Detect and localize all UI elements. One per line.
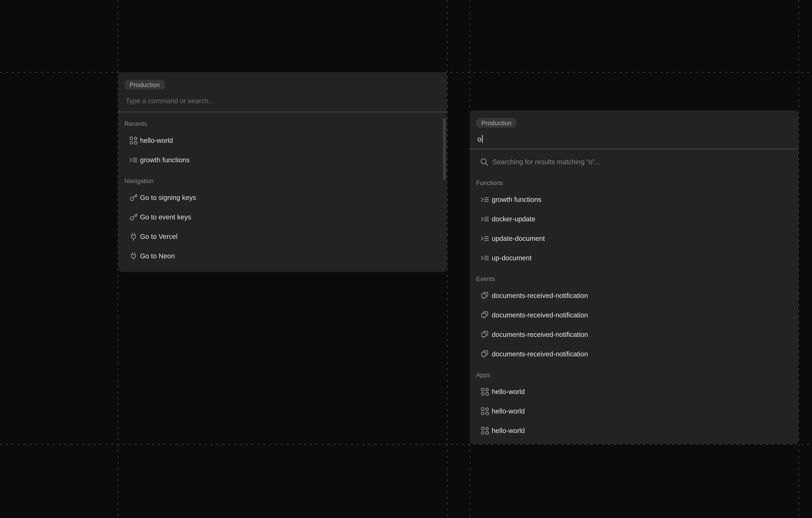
result-label: Go to signing keys xyxy=(140,193,196,201)
result-label: update-document xyxy=(492,234,545,242)
grid-line-vertical-2 xyxy=(447,0,447,518)
palette-header: Production Type a command or search... xyxy=(118,72,447,112)
result-item[interactable]: hello-world xyxy=(118,130,447,150)
result-label: hello-world xyxy=(492,407,525,415)
result-item[interactable]: hello-world xyxy=(470,421,799,440)
result-item[interactable]: Go to signing keys xyxy=(118,188,447,207)
apps-icon xyxy=(481,426,489,435)
result-item[interactable]: Go to Neon xyxy=(118,246,447,266)
scrollbar-thumb[interactable] xyxy=(443,118,446,180)
search-hint-text: Searching for results matching “o”... xyxy=(492,158,600,165)
function-icon xyxy=(481,195,489,204)
section-label-navigation: Navigation xyxy=(124,177,440,185)
palette-header: Production o xyxy=(470,110,799,149)
result-item[interactable]: documents-received-notification xyxy=(470,325,799,344)
results-list: Searching for results matching “o”... Fu… xyxy=(470,152,799,440)
page: Production Type a command or search... R… xyxy=(0,0,812,518)
command-search-input[interactable]: o xyxy=(477,134,792,144)
function-icon xyxy=(481,234,489,242)
result-item[interactable]: growth functions xyxy=(118,150,447,170)
result-item[interactable]: Go to Vercel xyxy=(118,226,447,246)
function-icon xyxy=(481,253,489,262)
input-value: o xyxy=(477,135,481,143)
function-icon xyxy=(129,155,137,164)
command-search-input[interactable]: Type a command or search... xyxy=(126,96,440,105)
result-label: Go to Neon xyxy=(140,252,175,260)
environment-badge: Production xyxy=(476,118,517,128)
plug-icon xyxy=(129,251,137,260)
result-label: documents-received-notification xyxy=(492,311,588,319)
environment-badge: Production xyxy=(124,80,165,90)
key-icon xyxy=(129,213,137,221)
search-hint-row: Searching for results matching “o”... xyxy=(470,152,799,171)
apps-icon xyxy=(481,407,489,415)
result-label: hello-world xyxy=(492,388,525,395)
result-item[interactable]: up-document xyxy=(470,248,799,268)
input-placeholder: Type a command or search... xyxy=(126,97,214,104)
event-icon xyxy=(481,311,489,319)
grid-line-vertical-4 xyxy=(799,0,799,518)
section-label-functions: Functions xyxy=(476,179,792,187)
event-icon xyxy=(481,330,489,338)
grid-line-horizontal-2 xyxy=(0,444,812,445)
section-label-events: Events xyxy=(476,275,792,283)
result-label: up-document xyxy=(492,254,531,262)
search-icon xyxy=(480,157,489,166)
command-palette-left: Production Type a command or search... R… xyxy=(118,72,447,272)
result-label: Go to event keys xyxy=(140,213,191,221)
result-item[interactable]: growth functions xyxy=(470,189,799,209)
result-label: growth functions xyxy=(492,195,542,203)
result-label: Go to Vercel xyxy=(140,233,177,240)
result-item[interactable]: hello-world xyxy=(470,382,799,401)
result-item[interactable]: Go to event keys xyxy=(118,207,447,226)
result-item[interactable]: documents-received-notification xyxy=(470,344,799,364)
command-palette-right: Production o Searching for results match… xyxy=(470,110,799,444)
plug-icon xyxy=(129,232,137,241)
section-label-recents: Recents xyxy=(124,120,440,128)
result-label: growth functions xyxy=(140,156,190,163)
result-item[interactable]: documents-received-notification xyxy=(470,305,799,325)
result-label: documents-received-notification xyxy=(492,330,588,338)
apps-icon xyxy=(481,387,489,396)
canvas: Production Type a command or search... R… xyxy=(0,0,812,518)
result-label: docker-update xyxy=(492,215,535,223)
result-item[interactable]: documents-received-notification xyxy=(470,285,799,305)
section-label-apps: Apps xyxy=(476,371,792,379)
function-icon xyxy=(481,215,489,223)
key-icon xyxy=(129,193,137,202)
result-item[interactable]: update-document xyxy=(470,228,799,248)
result-label: documents-received-notification xyxy=(492,292,588,299)
event-icon xyxy=(481,349,489,358)
event-icon xyxy=(481,291,489,300)
result-label: hello-world xyxy=(492,426,525,434)
result-item[interactable]: docker-update xyxy=(470,209,799,228)
result-label: documents-received-notification xyxy=(492,350,588,358)
result-item[interactable]: hello-world xyxy=(470,401,799,421)
apps-icon xyxy=(129,136,137,145)
results-list: Recents hello-world growth functions Nav… xyxy=(118,120,447,266)
result-label: hello-world xyxy=(140,136,173,144)
text-caret xyxy=(482,135,483,143)
